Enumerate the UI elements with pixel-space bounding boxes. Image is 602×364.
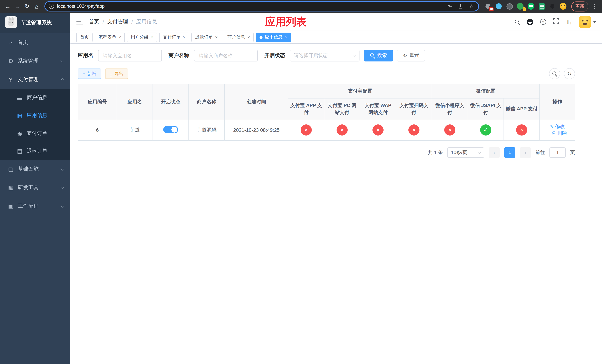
- emoji-extension-icon[interactable]: [559, 3, 567, 10]
- user-avatar[interactable]: [579, 16, 596, 28]
- status-cross-icon: ×: [336, 124, 348, 136]
- merchant-name-input[interactable]: [194, 50, 258, 62]
- col-header-alipay-wap: 支付宝 WAP 网站支付: [360, 98, 396, 120]
- extensions-puzzle-icon[interactable]: 10: [484, 3, 492, 10]
- export-button[interactable]: ↓ 导出: [105, 68, 128, 79]
- pagination: 共 1 条 10条/页 ‹ 1 › 前往 页: [78, 147, 575, 158]
- cell-alipay-qr: ×: [396, 120, 432, 140]
- close-icon[interactable]: ×: [215, 35, 218, 39]
- goto-page-input[interactable]: [549, 147, 566, 158]
- active-dot: [259, 36, 262, 39]
- cell-alipay-pc: ×: [324, 120, 360, 140]
- status-cross-icon: ×: [516, 124, 527, 136]
- filter-form: 应用名 商户名称 开启状态 请选择开启状态 搜索 ↻ 重置: [78, 50, 595, 62]
- reset-button[interactable]: ↻ 重置: [397, 50, 425, 62]
- tab-app-info[interactable]: 应用信息 ×: [256, 32, 291, 42]
- yen-icon: ¥: [7, 76, 14, 83]
- page-size-select[interactable]: 10条/页: [447, 147, 484, 158]
- screen: ← → ↻ ⌂ i localhost:1024/pay/app ☆ 10: [0, 0, 602, 364]
- fullscreen-icon[interactable]: [553, 18, 559, 26]
- bookmark-star-icon[interactable]: ☆: [468, 3, 475, 10]
- browser-back-button[interactable]: ←: [3, 1, 13, 11]
- tab-merchant-info[interactable]: 商户信息 ×: [224, 32, 254, 42]
- add-button[interactable]: + 新增: [78, 68, 101, 79]
- refund-icon: ▤: [16, 148, 23, 154]
- browser-home-button[interactable]: ⌂: [32, 1, 42, 11]
- browser-reload-button[interactable]: ↻: [22, 1, 32, 11]
- help-icon[interactable]: ?: [540, 19, 546, 25]
- collapse-sidebar-button[interactable]: [76, 20, 83, 24]
- status-toggle[interactable]: [163, 126, 178, 133]
- tab-process-form[interactable]: 流程表单 ×: [95, 32, 125, 42]
- dashboard-icon: ◔: [7, 39, 14, 46]
- search-icon[interactable]: [515, 19, 520, 24]
- prev-page-button[interactable]: ‹: [489, 147, 500, 158]
- sidebar-item-infra[interactable]: ▢ 基础设施: [0, 160, 70, 179]
- site-info-icon[interactable]: i: [49, 4, 54, 9]
- next-page-button[interactable]: ›: [520, 147, 531, 158]
- credit-card-icon: ▬: [16, 95, 23, 101]
- close-icon[interactable]: ×: [118, 35, 121, 39]
- delete-link[interactable]: 删除: [552, 130, 567, 137]
- search-icon: [370, 53, 375, 58]
- edit-link[interactable]: ✎ 修改: [550, 123, 565, 130]
- cell-alipay-wap: ×: [360, 120, 396, 140]
- tab-refund-order[interactable]: 退款订单 ×: [191, 32, 221, 42]
- breadcrumb-home[interactable]: 首页: [89, 19, 99, 25]
- app-logo[interactable]: 芋道管理系统: [0, 13, 70, 33]
- page-content: 应用名 商户名称 开启状态 请选择开启状态 搜索 ↻ 重置: [70, 44, 602, 364]
- plus-icon: +: [83, 71, 85, 76]
- extension-dark-icon[interactable]: [506, 3, 513, 10]
- tab-user-group[interactable]: 用户分组 ×: [127, 32, 157, 42]
- close-icon[interactable]: ×: [151, 35, 153, 39]
- notes-extension-icon[interactable]: [538, 3, 545, 10]
- address-bar[interactable]: i localhost:1024/pay/app ☆: [44, 1, 479, 11]
- page-number-button[interactable]: 1: [504, 147, 515, 158]
- col-header-alipay-pc: 支付宝 PC 网站支付: [324, 98, 360, 120]
- col-header-wx-mini: 微信小程序支付: [432, 98, 468, 120]
- tab-home[interactable]: 首页: [76, 32, 93, 42]
- sidebar-item-pay-order[interactable]: ◉ 支付订单: [0, 124, 70, 142]
- share-icon[interactable]: [457, 3, 464, 10]
- tab-pay-order[interactable]: 支付订单 ×: [159, 32, 189, 42]
- password-key-icon[interactable]: [447, 3, 453, 10]
- close-icon[interactable]: ×: [183, 35, 185, 39]
- close-icon[interactable]: ×: [285, 35, 287, 39]
- wechat-extension-icon[interactable]: [527, 3, 535, 10]
- sidebar-item-dev-tools[interactable]: ▩ 研发工具: [0, 179, 70, 197]
- search-button[interactable]: 搜索: [364, 50, 393, 62]
- browser-toolbar: ← → ↻ ⌂ i localhost:1024/pay/app ☆ 10: [0, 0, 602, 13]
- status-cross-icon: ×: [408, 124, 419, 136]
- refresh-table-button[interactable]: ↻: [564, 68, 575, 79]
- chevron-down-icon: [352, 53, 356, 57]
- sidebar-item-system[interactable]: ⚙ 系统管理: [0, 52, 70, 70]
- col-header-app-id: 应用编号: [78, 84, 117, 120]
- browser-menu-icon[interactable]: ⋮: [591, 3, 599, 10]
- breadcrumb-current: 应用信息: [136, 19, 157, 25]
- sidebar-item-home[interactable]: ◔ 首页: [0, 33, 70, 52]
- goto-label: 前往: [535, 149, 545, 156]
- infrastructure-icon: ▢: [7, 166, 14, 172]
- table-toolbar: + 新增 ↓ 导出 ↻: [78, 68, 575, 79]
- sidebar-item-app-info[interactable]: ▦ 应用信息: [0, 107, 70, 124]
- cell-created: 2021-10-23 08:49:25: [225, 120, 288, 140]
- extension-drop-icon[interactable]: [495, 3, 502, 10]
- url-text[interactable]: localhost:1024/pay/app: [57, 4, 443, 9]
- browser-forward-button[interactable]: →: [13, 1, 22, 11]
- cell-app-id: 6: [78, 120, 117, 140]
- browser-update-button[interactable]: 更新: [571, 1, 588, 11]
- app-name-input[interactable]: [98, 50, 162, 62]
- sidebar-item-payment[interactable]: ¥ 支付管理: [0, 70, 70, 89]
- dark-puzzle-extension-icon[interactable]: [549, 3, 556, 10]
- breadcrumb-payment[interactable]: 支付管理: [107, 19, 128, 25]
- extension-avatar-icon[interactable]: 1: [516, 3, 524, 10]
- app-title: 芋道管理系统: [21, 20, 52, 26]
- close-icon[interactable]: ×: [247, 35, 250, 39]
- sidebar-item-workflow[interactable]: ▣ 工作流程: [0, 197, 70, 215]
- sidebar-item-refund-order[interactable]: ▤ 退款订单: [0, 142, 70, 160]
- font-size-icon[interactable]: TT: [566, 19, 572, 25]
- status-select[interactable]: 请选择开启状态: [290, 50, 359, 62]
- sidebar-item-merchant-info[interactable]: ▬ 商户信息: [0, 89, 70, 107]
- github-icon[interactable]: [527, 19, 533, 25]
- toggle-search-button[interactable]: [549, 68, 560, 79]
